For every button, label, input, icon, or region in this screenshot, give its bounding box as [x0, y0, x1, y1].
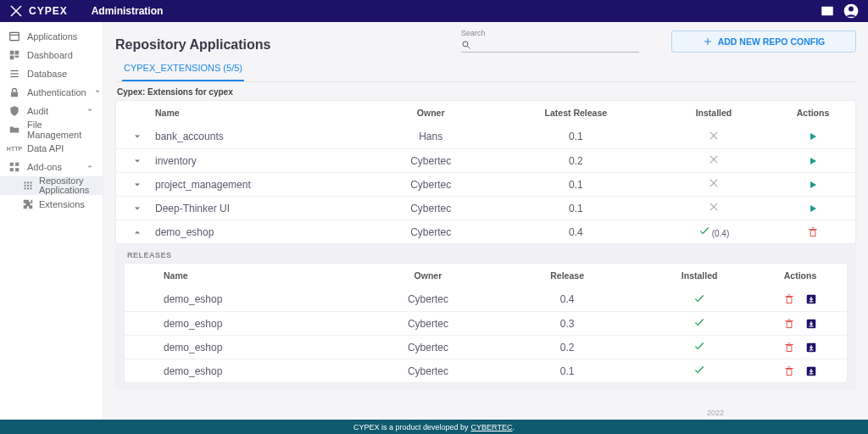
image-upload-icon[interactable] — [819, 3, 836, 19]
check-icon — [693, 340, 705, 352]
release-row: demo_eshopCybertec0.4 — [125, 287, 847, 311]
brand-logo[interactable]: CYPEX — [8, 3, 68, 19]
footer-link[interactable]: CYBERTEC — [471, 423, 513, 431]
chevron-down-icon — [86, 105, 94, 117]
cell-installed — [637, 316, 762, 331]
delete-icon[interactable] — [807, 226, 819, 238]
expand-toggle-icon[interactable] — [132, 156, 142, 166]
cell-owner: Cybertec — [359, 155, 504, 167]
releases-table: Name Owner Release Installed Actions dem… — [124, 263, 848, 383]
plus-icon — [703, 36, 713, 47]
app-title: Administration — [92, 5, 164, 17]
cell-installed — [637, 340, 762, 354]
search-field[interactable] — [461, 37, 639, 53]
expand-toggle-icon[interactable] — [132, 203, 142, 214]
addons-icon — [8, 161, 20, 173]
delete-icon[interactable] — [783, 365, 795, 377]
add-repo-config-button[interactable]: ADD NEW REPO CONFIG — [671, 31, 856, 53]
expand-toggle-icon[interactable] — [132, 180, 142, 190]
expand-toggle-icon[interactable] — [132, 131, 142, 142]
tab-cypex-extensions[interactable]: CYPEX_EXTENSIONS (5/5) — [122, 58, 244, 81]
cell-name: Deep-Thinker UI — [150, 203, 359, 214]
chevron-up-icon — [86, 161, 94, 173]
sidebar-item-label: Data API — [27, 143, 94, 153]
account-icon[interactable] — [843, 3, 860, 19]
col-actions: Actions — [779, 108, 847, 118]
sidebar-item-audit[interactable]: Audit — [0, 102, 103, 120]
lock-icon — [8, 86, 20, 98]
cell-installed — [648, 130, 779, 144]
apps-icon — [22, 180, 34, 192]
footer-text: CYPEX is a product developed by — [353, 423, 469, 431]
sidebar-subitem-repo-apps[interactable]: Repository Applications — [0, 176, 103, 195]
add-button-label: ADD NEW REPO CONFIG — [718, 36, 826, 47]
cell-owner: Cybertec — [359, 342, 498, 353]
sidebar-item-dashboard[interactable]: Dashboard — [0, 46, 103, 64]
install-icon[interactable] — [805, 365, 817, 377]
cell-owner: Hans — [359, 131, 504, 142]
applications-table: Name Owner Latest Release Installed Acti… — [115, 100, 856, 244]
delete-icon[interactable] — [783, 318, 795, 330]
sidebar-item-label: Database — [27, 69, 94, 79]
delete-icon[interactable] — [783, 293, 795, 305]
col-installed: Installed — [648, 108, 779, 118]
releases-panel: RELEASES Name Owner Release Installed Ac… — [115, 244, 856, 390]
cell-name: project_management — [150, 179, 359, 191]
sidebar-subitem-extensions[interactable]: Extensions — [0, 195, 103, 214]
run-icon[interactable] — [807, 203, 819, 214]
cell-installed — [637, 292, 762, 307]
check-icon — [693, 364, 705, 376]
cell-owner: Cybertec — [359, 318, 498, 330]
cell-release: 0.2 — [498, 342, 637, 353]
sidebar-item-authentication[interactable]: Authentication — [0, 83, 103, 102]
x-icon — [708, 177, 720, 189]
sidebar-item-addons[interactable]: Add-ons — [0, 158, 103, 176]
footer-trailing: . — [512, 423, 515, 431]
releases-label: RELEASES — [124, 248, 848, 263]
sidebar-item-applications[interactable]: Applications — [0, 27, 103, 46]
col-name: Name — [150, 108, 359, 118]
install-icon[interactable] — [805, 293, 817, 305]
cell-owner: Cybertec — [359, 226, 504, 238]
search-input[interactable] — [471, 40, 639, 50]
sidebar-item-database[interactable]: Database — [0, 64, 103, 83]
rel-col-installed: Installed — [637, 270, 762, 281]
install-icon[interactable] — [805, 318, 817, 330]
cell-owner: Cybertec — [359, 293, 498, 305]
footer-year: 2022 — [707, 409, 724, 417]
footer: CYPEX is a product developed by CYBERTEC… — [0, 420, 868, 434]
cell-installed — [648, 201, 779, 215]
install-icon[interactable] — [805, 342, 817, 353]
table-row: bank_accountsHans0.1 — [116, 125, 855, 148]
cell-name: demo_eshop — [150, 226, 359, 238]
cell-installed: (0.4) — [648, 225, 779, 239]
cell-latest: 0.1 — [504, 179, 648, 191]
sidebar-item-label: Add-ons — [27, 162, 79, 172]
cell-name: demo_eshop — [159, 318, 359, 330]
brand-text: CYPEX — [29, 5, 68, 17]
run-icon[interactable] — [807, 131, 819, 142]
table-row: demo_eshopCybertec0.4(0.4) — [116, 220, 855, 243]
cell-installed — [648, 177, 779, 192]
logo-icon — [8, 3, 24, 19]
search-label: Search — [461, 29, 639, 37]
rel-col-owner: Owner — [359, 270, 498, 281]
cell-name: bank_accounts — [150, 131, 359, 142]
cell-owner: Cybertec — [359, 365, 498, 377]
run-icon[interactable] — [807, 155, 819, 167]
sidebar-item-data-api[interactable]: HTTPData API — [0, 139, 103, 158]
release-row: demo_eshopCybertec0.3 — [125, 311, 847, 335]
rel-col-name: Name — [159, 270, 359, 281]
check-icon — [698, 225, 710, 236]
delete-icon[interactable] — [783, 342, 795, 353]
expand-toggle-icon[interactable] — [132, 227, 142, 237]
topbar: CYPEX Administration — [0, 0, 868, 22]
cell-name: demo_eshop — [159, 342, 359, 353]
folder-icon — [8, 124, 20, 136]
run-icon[interactable] — [807, 179, 819, 191]
table-row: Deep-Thinker UICybertec0.1 — [116, 196, 855, 220]
sidebar-subitem-label: Extensions — [39, 200, 85, 209]
cell-name: demo_eshop — [159, 293, 359, 305]
sidebar-item-file-management[interactable]: File Management — [0, 120, 103, 139]
cell-installed — [637, 364, 762, 378]
